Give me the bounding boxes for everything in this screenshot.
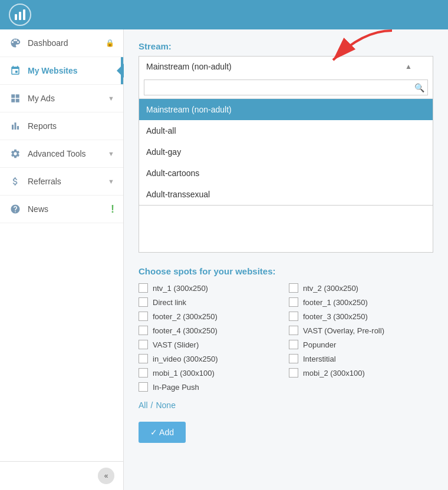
dropdown-option-adult-transsexual[interactable]: Adult-transsexual [139,184,433,205]
spot-interstitial[interactable]: Interstitial [289,354,433,363]
checkbox-in-page-push[interactable] [139,382,148,392]
palette-icon [9,37,22,49]
logo [9,4,31,26]
top-header [0,0,448,29]
sitemap-icon [9,64,22,77]
dropdown-option-adult-gay[interactable]: Adult-gay [139,141,433,163]
spot-footer_4[interactable]: footer_4 (300x250) [139,326,283,335]
sidebar-label-referrals: Referrals [28,177,61,186]
spot-popunder[interactable]: Popunder [289,340,433,349]
all-none-row: All / None [139,400,433,410]
bar-chart-icon [9,120,22,133]
sidebar-item-my-websites[interactable]: My Websites [0,57,123,85]
sidebar-item-news[interactable]: News ! [0,196,123,223]
checkbox-interstitial[interactable] [289,354,298,363]
dropdown-panel: 🔍 Mainstream (non-adult) Adult-all Adult… [139,77,433,206]
checkbox-mobi_1[interactable] [139,368,148,378]
spot-label-footer_2: footer_2 (300x250) [153,312,218,321]
stream-label: Stream: [139,41,433,51]
gear-icon [9,147,22,160]
spot-footer_3[interactable]: footer_3 (300x250) [289,312,433,321]
spot-label-in-video: in_video (300x250) [153,355,218,363]
spot-in-page-push[interactable]: In-Page Push [139,382,283,392]
checkbox-ntv_1[interactable] [139,283,148,293]
chevron-down-icon: ▼ [108,95,114,102]
spot-in-video[interactable]: in_video (300x250) [139,354,283,363]
sidebar-label-reports: Reports [28,121,57,131]
dropdown-option-adult-cartoons[interactable]: Adult-cartoons [139,163,433,184]
spot-footer_2[interactable]: footer_2 (300x250) [139,312,283,321]
spot-label-vast-overlay: VAST (Overlay, Pre-roll) [303,326,384,335]
dropdown-options-list: Mainstream (non-adult) Adult-all Adult-g… [139,99,433,205]
collapse-icon[interactable]: « [98,468,114,484]
checkbox-footer_3[interactable] [289,312,298,321]
checkbox-direct-link[interactable] [139,297,148,307]
add-button[interactable]: ✓ Add [139,422,186,443]
active-indicator [117,64,124,78]
spot-label-footer_1: footer_1 (300x250) [303,298,368,307]
spot-vast-slider[interactable]: VAST (Slider) [139,340,283,349]
spot-mobi_2[interactable]: mobi_2 (300x100) [289,368,433,378]
stream-dropdown[interactable]: Mainstream (non-adult) ▲ 🔍 Mainstream (n… [139,56,433,254]
spot-label-mobi_1: mobi_1 (300x100) [153,369,215,378]
checkbox-mobi_2[interactable] [289,368,298,378]
checkbox-footer_2[interactable] [139,312,148,321]
spot-label-popunder: Popunder [303,340,336,349]
sidebar-label-my-ads: My Ads [28,94,55,103]
spot-label-ntv_2: ntv_2 (300x250) [303,284,358,293]
dropdown-search-wrapper: 🔍 [139,77,433,99]
svg-rect-0 [15,14,17,20]
search-icon: 🔍 [414,83,424,92]
checkbox-vast-overlay[interactable] [289,326,298,335]
sidebar-item-advanced-tools[interactable]: Advanced Tools ▼ [0,140,123,168]
spot-label-interstitial: Interstitial [303,355,336,363]
sidebar: Dashboard 🔒 My Websites My Ads ▼ Reports [0,29,124,490]
sidebar-label-news: News [28,204,48,214]
checkbox-popunder[interactable] [289,340,298,349]
spot-mobi_1[interactable]: mobi_1 (300x100) [139,368,283,378]
checkbox-in-video[interactable] [139,354,148,363]
stream-textarea[interactable] [139,206,433,253]
dropdown-option-mainstream[interactable]: Mainstream (non-adult) [139,99,433,120]
chevron-down-icon-adv: ▼ [108,150,114,157]
dropdown-option-adult-all[interactable]: Adult-all [139,120,433,141]
spot-ntv_2[interactable]: ntv_2 (300x250) [289,283,433,293]
checkbox-vast-slider[interactable] [139,340,148,349]
dollar-icon [9,175,22,188]
spot-label-ntv_1: ntv_1 (300x250) [153,284,208,293]
main-layout: Dashboard 🔒 My Websites My Ads ▼ Reports [0,29,448,490]
sidebar-item-referrals[interactable]: Referrals ▼ [0,168,123,196]
sidebar-item-dashboard[interactable]: Dashboard 🔒 [0,29,123,57]
sidebar-item-my-ads[interactable]: My Ads ▼ [0,85,123,112]
spots-section-title: Choose spots for your websites: [139,266,433,276]
sidebar-label-advanced-tools: Advanced Tools [28,149,86,158]
help-icon [9,203,22,216]
dropdown-search-input[interactable] [144,80,428,95]
chevron-down-icon-ref: ▼ [108,178,114,185]
sidebar-label-my-websites: My Websites [28,66,78,75]
all-link[interactable]: All [139,400,148,410]
dropdown-selected-value[interactable]: Mainstream (non-adult) ▲ [139,56,433,77]
sidebar-collapse-button[interactable]: « [0,461,123,490]
spot-vast-overlay[interactable]: VAST (Overlay, Pre-roll) [289,326,433,335]
checkbox-ntv_2[interactable] [289,283,298,293]
none-link[interactable]: None [156,400,175,410]
stream-section: Stream: Mainstream (non-adult) ▲ [139,41,433,254]
spot-label-footer_3: footer_3 (300x250) [303,312,368,321]
spot-ntv_1[interactable]: ntv_1 (300x250) [139,283,283,293]
spot-label-vast-slider: VAST (Slider) [153,340,199,349]
svg-rect-2 [23,9,25,20]
main-content: Stream: Mainstream (non-adult) ▲ [124,29,448,490]
checkbox-footer_4[interactable] [139,326,148,335]
svg-rect-1 [19,12,21,20]
spot-label-mobi_2: mobi_2 (300x100) [303,369,365,378]
dropdown-arrow-up-icon: ▲ [405,62,412,71]
lock-icon: 🔒 [106,39,114,47]
separator: / [151,400,153,410]
spot-direct-link[interactable]: Direct link [139,297,283,307]
sidebar-item-reports[interactable]: Reports [0,112,123,140]
notification-icon: ! [111,203,114,216]
spot-footer_1[interactable]: footer_1 (300x250) [289,297,433,307]
grid-icon [9,92,22,105]
checkbox-footer_1[interactable] [289,297,298,307]
